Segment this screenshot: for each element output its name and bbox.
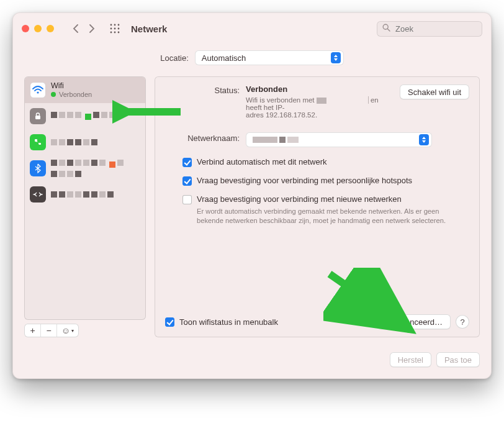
svg-point-11	[37, 91, 38, 93]
svg-point-2	[118, 24, 120, 26]
forward-button[interactable]	[85, 22, 99, 35]
content: Wifi Verbonden	[13, 76, 491, 346]
status-label: Status:	[165, 84, 240, 95]
phone-icon	[30, 134, 46, 150]
svg-line-10	[387, 29, 390, 31]
show-menubar-label: Toon wifistatus in menubalk	[179, 317, 278, 327]
show-menubar-checkbox[interactable]	[165, 317, 174, 327]
status-description: Wifi is verbonden met en heeft het IP- a…	[246, 96, 390, 119]
status-dot-icon	[51, 92, 56, 97]
search-field[interactable]	[377, 21, 482, 37]
add-service-button[interactable]: +	[25, 324, 41, 337]
svg-point-3	[110, 28, 112, 30]
back-button[interactable]	[69, 22, 83, 35]
service-list-controls: + − ☺︎▾	[24, 324, 79, 337]
svg-point-6	[110, 32, 112, 34]
service-item-redacted[interactable]	[25, 181, 145, 207]
network-name-select[interactable]	[246, 132, 432, 147]
lock-icon	[30, 108, 46, 124]
disable-wifi-button[interactable]: Schakel wifi uit	[400, 84, 469, 99]
auto-join-checkbox[interactable]	[182, 158, 192, 167]
toolbar: Netwerk	[13, 13, 491, 44]
service-status: Verbonden	[59, 91, 92, 99]
revert-button[interactable]: Herstel	[390, 352, 431, 367]
svg-point-8	[118, 32, 120, 34]
bluetooth-icon	[30, 160, 46, 176]
stepper-icon	[419, 134, 429, 145]
service-item-wifi[interactable]: Wifi Verbonden	[25, 77, 145, 103]
status-value: Verbonden	[246, 84, 390, 94]
svg-point-4	[114, 28, 116, 30]
minimize-window-button[interactable]	[34, 25, 42, 32]
location-select[interactable]: Automatisch	[195, 50, 344, 65]
stepper-icon	[331, 52, 341, 63]
wifi-icon	[30, 82, 46, 98]
details-panel: Status: Verbonden Wifi is verbonden met …	[155, 76, 480, 337]
search-icon	[382, 24, 390, 34]
location-label: Locatie:	[160, 53, 189, 63]
service-list[interactable]: Wifi Verbonden	[24, 76, 146, 320]
service-item-redacted[interactable]	[25, 103, 145, 129]
svg-rect-12	[35, 116, 40, 119]
service-actions-menu[interactable]: ☺︎▾	[57, 324, 78, 337]
window-footer: Herstel Pas toe	[13, 346, 491, 378]
sidebar: Wifi Verbonden	[24, 76, 146, 337]
remove-service-button[interactable]: −	[41, 324, 57, 337]
ask-new-checkbox[interactable]	[182, 195, 192, 204]
window-controls	[22, 25, 54, 32]
location-row: Locatie: Automatisch	[13, 44, 491, 76]
apply-button[interactable]: Pas toe	[436, 352, 480, 367]
auto-join-label: Verbind automatisch met dit netwerk	[197, 157, 327, 166]
nav-arrows	[69, 22, 99, 35]
network-name-label: Netwerknaam:	[165, 132, 240, 143]
ask-new-hint: Er wordt automatisch verbinding gemaakt …	[197, 207, 464, 225]
window-title: Netwerk	[131, 24, 167, 34]
ethernet-icon	[30, 186, 46, 203]
service-item-redacted[interactable]	[25, 155, 145, 181]
location-value: Automatisch	[202, 53, 246, 63]
ask-hotspot-label: Vraag bevestiging voor verbinding met pe…	[197, 176, 412, 185]
close-window-button[interactable]	[22, 25, 29, 32]
show-all-icon[interactable]	[110, 24, 120, 34]
search-input[interactable]	[394, 24, 477, 34]
service-name: Wifi	[51, 81, 92, 90]
service-item-redacted[interactable]	[25, 129, 145, 155]
ask-new-label: Vraag bevestiging voor verbinding met ni…	[197, 194, 402, 204]
svg-point-5	[118, 28, 120, 30]
svg-point-1	[114, 24, 116, 26]
zoom-window-button[interactable]	[47, 25, 54, 32]
ask-hotspot-checkbox[interactable]	[182, 176, 192, 186]
advanced-button[interactable]: Geavanceerd…	[378, 314, 451, 329]
svg-point-7	[114, 32, 116, 34]
svg-point-0	[110, 24, 112, 26]
network-preferences-window: Netwerk Locatie: Automatisch	[12, 12, 492, 379]
help-button[interactable]: ?	[456, 315, 469, 329]
